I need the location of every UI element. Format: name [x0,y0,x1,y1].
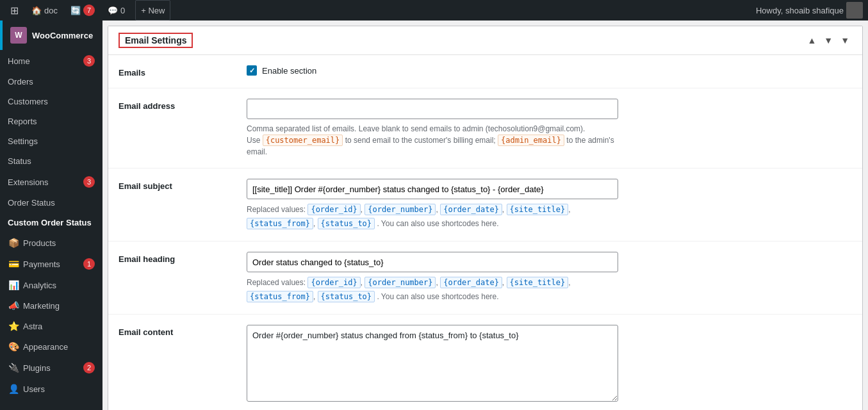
emails-row: Emails Enable section [108,55,862,88]
enable-section-label: Enable section [262,66,316,76]
heading-tag-order-date: {order_date} [440,277,502,288]
panel-header: Email Settings ▲ ▼ ▼ [108,26,862,55]
main-content: Email Settings ▲ ▼ ▼ Emails Enable secti… [102,20,868,410]
email-address-row: Email address Comma separated list of em… [108,88,862,168]
products-icon: 📦 [8,238,19,248]
plugins-label: Plugins [23,363,51,373]
woocommerce-menu-header[interactable]: W WooCommerce [0,20,102,50]
howdy-text: Howdy, shoaib shafique [756,6,844,15]
subject-tag-status-from: {status_from} [247,218,313,229]
home-label: Home [8,56,30,66]
status-label: Status [8,156,31,166]
enable-checkbox[interactable] [247,65,257,76]
sidebar-item-home[interactable]: Home 3 [0,50,102,72]
sidebar-item-customers[interactable]: Customers [0,92,102,111]
plugins-icon: 🔌 [8,363,19,373]
astra-icon: ⭐ [8,321,19,331]
heading-tag-status-to: {status_to} [318,291,375,302]
wp-logo[interactable]: ⊞ [5,0,24,20]
email-subject-control: Replaced values: {order_id}, {order_numb… [247,179,852,231]
reports-label: Reports [8,117,37,126]
heading-tag-site-title: {site_title} [507,277,569,288]
main-layout: W WooCommerce Home 3 Orders Customers Re… [0,20,868,410]
expand-button[interactable]: ▼ [838,34,852,47]
sidebar-item-analytics[interactable]: 📊 Analytics [0,275,102,295]
email-subject-label: Email subject [119,179,247,191]
collapse-up-button[interactable]: ▲ [805,34,819,47]
sidebar-item-astra[interactable]: ⭐ Astra [0,316,102,336]
sidebar-item-users[interactable]: 👤 Users [0,379,102,399]
woocommerce-icon: W [10,27,27,44]
users-label: Users [23,384,45,394]
sidebar-item-products[interactable]: 📦 Products [0,233,102,253]
site-home-icon: 🏠 [31,6,42,15]
sidebar-item-reports[interactable]: Reports [0,111,102,131]
payments-badge: 1 [83,258,95,270]
email-subject-input[interactable] [247,179,618,199]
subject-tag-site-title: {site_title} [507,204,569,215]
sidebar-item-marketing[interactable]: 📣 Marketing [0,295,102,316]
analytics-icon: 📊 [8,280,19,290]
email-settings-panel: Email Settings ▲ ▼ ▼ Emails Enable secti… [108,26,863,410]
marketing-icon: 📣 [8,300,19,311]
collapse-down-button[interactable]: ▼ [821,34,835,47]
order-status-label: Order Status [8,198,55,208]
sidebar: W WooCommerce Home 3 Orders Customers Re… [0,20,102,410]
email-heading-input[interactable] [247,252,618,272]
site-name[interactable]: 🏠 doc [26,0,63,20]
email-address-label: Email address [119,99,247,111]
customers-label: Customers [8,97,48,106]
email-address-control: Comma separated list of emails. Leave bl… [247,99,852,158]
appearance-label: Appearance [23,342,68,352]
extensions-badge: 3 [83,176,95,188]
admin-bar: ⊞ 🏠 doc 🔄 7 💬 0 + New Howdy, shoaib shaf… [0,0,868,20]
products-label: Products [23,238,56,248]
sidebar-item-order-status[interactable]: Order Status [0,193,102,213]
email-content-label: Email content [119,325,247,337]
astra-label: Astra [23,322,42,331]
admin-email-tag: {admin_email} [498,135,564,146]
new-button[interactable]: + New [135,0,170,20]
email-content-textarea[interactable] [247,325,618,402]
sidebar-item-extensions[interactable]: Extensions 3 [0,171,102,193]
sidebar-item-orders[interactable]: Orders [0,72,102,92]
panel-title: Email Settings [119,33,193,48]
custom-order-status-label: Custom Order Status [8,218,92,227]
email-content-row: Email content [108,315,862,410]
admin-bar-right: Howdy, shoaib shafique [756,2,863,19]
sidebar-item-plugins[interactable]: 🔌 Plugins 2 [0,357,102,379]
sidebar-item-settings[interactable]: Settings [0,131,102,151]
analytics-label: Analytics [23,281,56,290]
orders-label: Orders [8,77,33,86]
comments-item[interactable]: 💬 0 [102,0,130,20]
subject-tag-order-date: {order_date} [440,204,502,215]
extensions-label: Extensions [8,177,49,187]
updates-item[interactable]: 🔄 7 [65,0,100,20]
comments-icon: 💬 [108,6,118,15]
email-address-help: Comma separated list of emails. Leave bl… [247,123,618,158]
heading-tag-status-from: {status_from} [247,291,313,302]
payments-label: Payments [23,259,60,269]
email-address-input[interactable] [247,99,618,119]
email-content-control [247,325,852,404]
customer-email-tag: {customer_email} [263,135,343,146]
heading-replaced-values: Replaced values: {order_id}, {order_numb… [247,276,618,304]
sidebar-item-custom-order-status[interactable]: Custom Order Status [0,213,102,233]
wp-icon: ⊞ [10,4,19,17]
email-heading-control: Replaced values: {order_id}, {order_numb… [247,252,852,304]
subject-tag-order-number: {order_number} [364,204,436,215]
sidebar-item-appearance[interactable]: 🎨 Appearance [0,336,102,357]
sidebar-item-payments[interactable]: 💳 Payments 1 [0,253,102,275]
user-avatar[interactable] [846,2,863,19]
woocommerce-label: WooCommerce [32,31,93,40]
email-subject-row: Email subject Replaced values: {order_id… [108,168,862,242]
updates-icon: 🔄 [70,6,81,15]
panel-controls: ▲ ▼ ▼ [805,34,852,47]
emails-control: Enable section [247,65,852,76]
subject-tag-order-id: {order_id} [307,204,360,215]
enable-section: Enable section [247,65,852,76]
sidebar-item-status[interactable]: Status [0,151,102,171]
plugins-badge: 2 [83,362,95,373]
emails-label: Emails [119,65,247,78]
email-heading-label: Email heading [119,252,247,264]
